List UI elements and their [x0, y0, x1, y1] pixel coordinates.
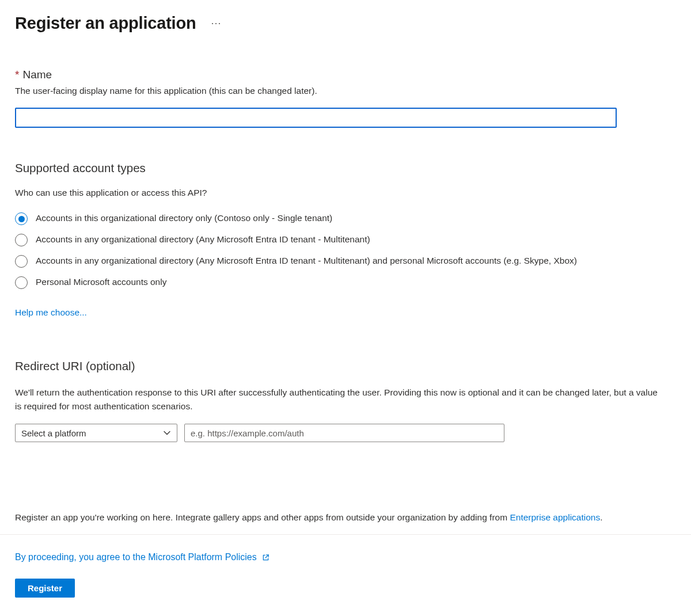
account-types-heading: Supported account types [15, 161, 676, 175]
more-options-icon[interactable]: ··· [211, 17, 221, 29]
radio-label: Accounts in any organizational directory… [36, 254, 577, 267]
account-type-option-multitenant-personal[interactable]: Accounts in any organizational directory… [15, 254, 676, 268]
radio-icon [15, 212, 28, 225]
name-field-label: *Name [15, 69, 676, 81]
radio-label: Accounts in any organizational directory… [36, 233, 370, 246]
enterprise-applications-link[interactable]: Enterprise applications [510, 512, 600, 522]
redirect-uri-heading: Redirect URI (optional) [15, 359, 676, 373]
redirect-uri-input[interactable] [184, 424, 504, 442]
account-type-option-personal-only[interactable]: Personal Microsoft accounts only [15, 276, 676, 289]
register-button[interactable]: Register [15, 579, 75, 598]
account-types-question: Who can use this application or access t… [15, 188, 676, 198]
name-input[interactable] [15, 108, 617, 128]
platform-select[interactable]: Select a platform [15, 424, 177, 442]
chevron-down-icon [163, 429, 171, 437]
required-indicator-icon: * [15, 69, 19, 81]
platform-policies-link[interactable]: By proceeding, you agree to the Microsof… [15, 552, 270, 562]
redirect-uri-description: We'll return the authentication response… [15, 386, 666, 413]
help-me-choose-link[interactable]: Help me choose... [15, 307, 676, 318]
name-field-description: The user-facing display name for this ap… [15, 86, 676, 96]
external-link-icon [261, 553, 270, 562]
radio-label: Personal Microsoft accounts only [36, 276, 166, 288]
radio-icon [15, 255, 28, 268]
platform-select-value: Select a platform [21, 428, 86, 438]
account-type-option-multitenant[interactable]: Accounts in any organizational directory… [15, 233, 676, 246]
account-type-option-single-tenant[interactable]: Accounts in this organizational director… [15, 212, 676, 225]
radio-icon [15, 234, 28, 246]
radio-icon [15, 276, 28, 289]
page-title: Register an application [15, 14, 196, 33]
radio-label: Accounts in this organizational director… [36, 212, 332, 225]
integration-info-text: Register an app you're working on here. … [15, 512, 676, 523]
